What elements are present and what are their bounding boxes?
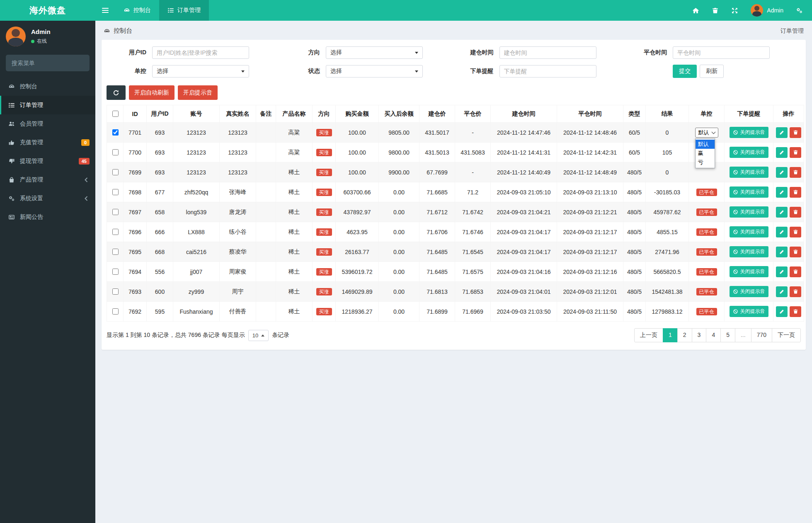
sidebar-item-2[interactable]: 会员管理 xyxy=(0,114,95,133)
sidebar-item-3[interactable]: 充值管理0 xyxy=(0,133,95,152)
edit-button[interactable] xyxy=(776,227,788,237)
sound-toggle-button[interactable]: 开启提示音 xyxy=(178,85,218,100)
close-sound-button[interactable]: 关闭提示音 xyxy=(730,127,768,138)
row-checkbox[interactable] xyxy=(112,209,119,215)
cell-open-price: 71.6899 xyxy=(419,302,455,322)
row-checkbox[interactable] xyxy=(112,269,119,275)
edit-button[interactable] xyxy=(776,286,788,297)
edit-button[interactable] xyxy=(776,167,788,178)
cell-balance: 9900.00 xyxy=(379,162,419,182)
sidebar-item-4[interactable]: 提现管理45 xyxy=(0,152,95,170)
delete-button[interactable] xyxy=(790,207,801,218)
home-icon[interactable] xyxy=(692,7,699,14)
sidebar-item-7[interactable]: 新闻公告 xyxy=(0,208,95,226)
row-checkbox[interactable] xyxy=(112,229,119,235)
pagination-prev[interactable]: 上一页 xyxy=(634,328,663,342)
edit-button[interactable] xyxy=(776,247,788,257)
sidebar-item-5[interactable]: 产品管理 xyxy=(0,170,95,189)
fullscreen-icon[interactable] xyxy=(731,7,738,14)
row-checkbox[interactable] xyxy=(112,189,119,195)
pagination-page-770[interactable]: 770 xyxy=(751,328,772,342)
close-sound-button[interactable]: 关闭提示音 xyxy=(730,286,768,297)
refresh-button[interactable]: 刷新 xyxy=(700,65,724,78)
delete-button[interactable] xyxy=(790,227,801,237)
pagination-page-4[interactable]: 4 xyxy=(706,328,721,342)
row-checkbox[interactable] xyxy=(112,149,119,155)
cell-close-price: 71.6746 xyxy=(455,222,491,242)
pagination-page-3[interactable]: 3 xyxy=(692,328,707,342)
close-sound-button[interactable]: 关闭提示音 xyxy=(730,226,768,237)
close-sound-button[interactable]: 关闭提示音 xyxy=(730,167,768,178)
edit-button[interactable] xyxy=(776,306,788,317)
cell-amount: 26163.77 xyxy=(336,242,379,262)
brand-logo[interactable]: 海外微盘 xyxy=(0,0,95,21)
row-checkbox[interactable] xyxy=(112,308,119,315)
direction-badge: 买涨 xyxy=(316,149,332,156)
close-sound-button[interactable]: 关闭提示音 xyxy=(730,266,768,277)
close-sound-button[interactable]: 关闭提示音 xyxy=(730,147,768,158)
sidebar-item-0[interactable]: 控制台 xyxy=(0,77,95,96)
pencil-icon xyxy=(779,130,785,135)
trash-icon[interactable] xyxy=(712,7,719,14)
row-checkbox[interactable] xyxy=(112,288,119,295)
pagination-page-2[interactable]: 2 xyxy=(677,328,692,342)
direction-select[interactable]: 选择 xyxy=(326,46,423,59)
delete-button[interactable] xyxy=(790,167,801,178)
tab-dashboard[interactable]: 控制台 xyxy=(115,0,159,21)
select-all-checkbox[interactable] xyxy=(112,111,119,117)
cell-account: 123123 xyxy=(173,143,220,162)
dropdown-option[interactable]: 赢 xyxy=(696,149,715,158)
delete-button[interactable] xyxy=(790,247,801,257)
edit-button[interactable] xyxy=(776,187,788,198)
cell-user-id: 668 xyxy=(147,242,173,262)
delete-button[interactable] xyxy=(790,187,801,198)
submit-button[interactable]: 提交 xyxy=(673,65,697,78)
delete-button[interactable] xyxy=(790,266,801,277)
close-sound-button[interactable]: 关闭提示音 xyxy=(730,246,768,257)
user-menu[interactable]: Admin xyxy=(751,4,783,17)
sidebar-toggle-icon[interactable] xyxy=(95,0,115,21)
close-sound-button[interactable]: 关闭提示音 xyxy=(730,306,768,317)
auto-refresh-button[interactable]: 开启自动刷新 xyxy=(129,85,175,100)
dropdown-option[interactable]: 亏 xyxy=(696,158,715,167)
pagination-page-1[interactable]: 1 xyxy=(663,328,678,342)
edit-button[interactable] xyxy=(776,147,788,158)
pagination-next[interactable]: 下一页 xyxy=(772,328,801,342)
cell-balance: 0.00 xyxy=(379,182,419,202)
breadcrumb[interactable]: 控制台 xyxy=(104,27,132,35)
row-checkbox[interactable] xyxy=(112,129,119,136)
edit-button[interactable] xyxy=(776,127,788,138)
delete-button[interactable] xyxy=(790,286,801,297)
cell-account: Fushanxiang xyxy=(173,302,220,322)
edit-button[interactable] xyxy=(776,207,788,218)
delete-button[interactable] xyxy=(790,127,801,138)
control-select[interactable]: 选择 xyxy=(152,65,249,77)
cell-product: 稀土 xyxy=(276,282,313,302)
close-sound-button[interactable]: 关闭提示音 xyxy=(730,206,768,218)
close-sound-button[interactable]: 关闭提示音 xyxy=(730,186,768,198)
edit-button[interactable] xyxy=(776,266,788,277)
row-checkbox[interactable] xyxy=(112,169,119,175)
sidebar-search-input[interactable] xyxy=(11,59,87,67)
reload-table-button[interactable] xyxy=(107,85,126,100)
dropdown-option[interactable]: 默认 xyxy=(696,140,715,149)
sidebar-item-6[interactable]: 系统设置 xyxy=(0,189,95,208)
close-time-input[interactable] xyxy=(673,46,770,59)
order-notice-input[interactable] xyxy=(499,65,596,77)
row-control-select[interactable]: 默认 xyxy=(695,128,718,138)
tab-orders[interactable]: 订单管理 xyxy=(159,0,209,21)
sidebar-search xyxy=(6,55,90,71)
delete-button[interactable] xyxy=(790,306,801,317)
pagination-page-5[interactable]: 5 xyxy=(720,328,735,342)
per-page-select[interactable]: 10 xyxy=(248,330,269,341)
status-select[interactable]: 选择 xyxy=(326,65,423,77)
open-time-input[interactable] xyxy=(499,46,596,59)
delete-button[interactable] xyxy=(790,147,801,158)
sidebar-item-1[interactable]: 订单管理 xyxy=(0,96,95,114)
ban-icon xyxy=(733,150,738,155)
direction-badge: 买涨 xyxy=(316,288,332,295)
cell-account: zy999 xyxy=(173,282,220,302)
row-checkbox[interactable] xyxy=(112,249,119,255)
user-id-input[interactable] xyxy=(152,46,249,59)
settings-gears-icon[interactable] xyxy=(796,7,803,14)
